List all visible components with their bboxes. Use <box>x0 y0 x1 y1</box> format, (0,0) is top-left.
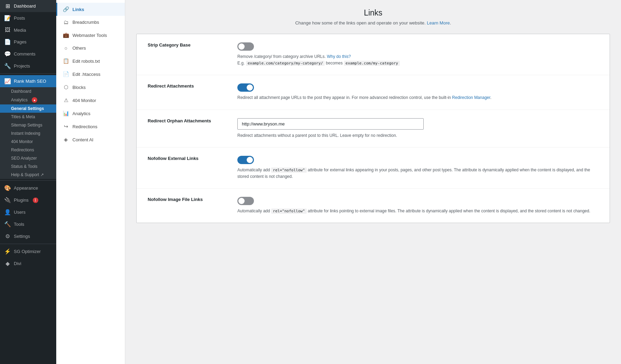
dashboard-icon: ⊞ <box>4 3 11 9</box>
htaccess-icon: 📄 <box>63 71 69 77</box>
rm-nav-edit-htaccess[interactable]: 📄 Edit .htaccess <box>56 68 125 81</box>
setting-row-nofollow-external: Nofollow External Links Automatically ad… <box>137 148 610 189</box>
redirect-attach-control: Redirect all attachment page URLs to the… <box>237 83 599 101</box>
nofollow-code-2: rel="nofollow" <box>271 209 307 214</box>
strip-category-control: Remove /category/ from category archive … <box>237 42 599 67</box>
why-do-this-link[interactable]: Why do this? <box>327 54 351 59</box>
posts-icon: 📝 <box>4 15 11 21</box>
sidebar-item-rm-help-support[interactable]: Help & Support ↗ <box>0 171 56 179</box>
sidebar-item-rm-dashboard[interactable]: Dashboard <box>0 87 56 95</box>
sidebar-item-plugins[interactable]: 🔌 Plugins 1 <box>0 194 56 206</box>
sidebar-item-appearance[interactable]: 🎨 Appearance <box>0 182 56 194</box>
sidebar-item-pages[interactable]: 📄 Pages <box>0 36 56 48</box>
strip-category-label-text: Strip Category Base <box>148 42 190 48</box>
sidebar-item-divi[interactable]: ◆ Divi <box>0 257 56 270</box>
breadcrumbs-icon: 🗂 <box>63 19 69 25</box>
rm-nav-redirections[interactable]: ↪ Redirections <box>56 120 125 133</box>
media-icon: 🖼 <box>4 27 11 33</box>
category-url-after: example.com/my-category <box>344 61 400 66</box>
page-subtitle: Change how some of the links open and op… <box>136 20 610 26</box>
sidebar-item-rm-404-monitor[interactable]: 404 Monitor <box>0 138 56 146</box>
nofollow-ext-label-text: Nofollow External Links <box>148 156 198 161</box>
rm-nav-blocks[interactable]: ⬡ Blocks <box>56 81 125 94</box>
strip-category-slider <box>237 42 254 51</box>
analytics-icon: 📊 <box>63 110 69 117</box>
redirect-orphan-label-text: Redirect Orphan Attachments <box>148 118 211 123</box>
sidebar-divider-3 <box>0 244 56 244</box>
sidebar-item-rm-sitemap[interactable]: Sitemap Settings <box>0 121 56 129</box>
setting-label-strip-category: Strip Category Base <box>148 42 224 48</box>
redirect-attach-toggle[interactable] <box>237 83 254 92</box>
rm-nav-404-monitor[interactable]: ⚠ 404 Monitor <box>56 94 125 107</box>
nofollow-img-toggle-wrapper <box>237 197 599 205</box>
sidebar-item-rm-general-settings[interactable]: General Settings <box>0 104 56 113</box>
rm-nav-content-ai[interactable]: ◈ Content AI <box>56 133 125 146</box>
sidebar-item-projects[interactable]: 🔧 Projects <box>0 60 56 72</box>
learn-more-link[interactable]: Learn More <box>427 20 450 26</box>
sidebar-item-settings[interactable]: ⚙ Settings <box>0 230 56 242</box>
setting-label-redirect-orphan: Redirect Orphan Attachments <box>148 118 224 123</box>
sidebar-item-rm-seo-analyzer[interactable]: SEO Analyzer <box>0 154 56 162</box>
sidebar-item-sg-optimizer[interactable]: ⚡ SG Optimizer <box>0 245 56 257</box>
main-content: Links Change how some of the links open … <box>125 0 621 364</box>
nofollow-img-toggle[interactable] <box>237 197 254 205</box>
sidebar-item-rm-titles-meta[interactable]: Titles & Meta <box>0 113 56 121</box>
sidebar-item-rm-instant-indexing[interactable]: Instant Indexing <box>0 129 56 138</box>
rm-nav-edit-robots[interactable]: 📋 Edit robots.txt <box>56 54 125 68</box>
nofollow-ext-toggle-wrapper <box>237 156 599 164</box>
strip-category-toggle-wrapper <box>237 42 599 51</box>
sidebar-item-dashboard[interactable]: ⊞ Dashboard <box>0 0 56 12</box>
nofollow-img-label-text: Nofollow Image File Links <box>148 197 203 202</box>
sidebar-item-rank-math[interactable]: 📈 Rank Math SEO <box>0 75 56 87</box>
rank-math-submenu: Dashboard Analytics ● General Settings T… <box>0 87 56 179</box>
rm-nav-webmaster-tools[interactable]: 💼 Webmaster Tools <box>56 29 125 42</box>
page-header: Links Change how some of the links open … <box>136 8 610 26</box>
nofollow-ext-control: Automatically add rel="nofollow" attribu… <box>237 156 599 180</box>
setting-label-nofollow-ext: Nofollow External Links <box>148 156 224 161</box>
plugins-icon: 🔌 <box>4 197 11 203</box>
redirect-orphan-desc: Redirect attachments without a parent po… <box>237 132 599 139</box>
settings-card: Strip Category Base Remove /category/ fr… <box>136 34 610 223</box>
redirection-manager-link[interactable]: Redirection Manager <box>452 95 490 100</box>
nofollow-ext-toggle[interactable] <box>237 156 254 164</box>
sidebar-item-media[interactable]: 🖼 Media <box>0 24 56 36</box>
rm-nav-analytics[interactable]: 📊 Analytics <box>56 107 125 120</box>
analytics-badge: ● <box>32 97 37 103</box>
page-title: Links <box>136 8 610 18</box>
blocks-icon: ⬡ <box>63 84 69 90</box>
nofollow-code-1: rel="nofollow" <box>271 168 307 173</box>
nofollow-img-control: Automatically add rel="nofollow" attribu… <box>237 197 599 214</box>
rm-nav-links[interactable]: 🔗 Links <box>56 3 125 16</box>
plugins-badge: 1 <box>33 198 38 203</box>
nofollow-img-slider <box>237 197 254 205</box>
sidebar-item-rm-analytics[interactable]: Analytics ● <box>0 95 56 104</box>
rm-nav-breadcrumbs[interactable]: 🗂 Breadcrumbs <box>56 16 125 29</box>
sidebar-divider-1 <box>0 73 56 74</box>
main-wrapper: 🔗 Links 🗂 Breadcrumbs 💼 Webmaster Tools … <box>56 0 621 364</box>
redirect-orphan-input[interactable] <box>237 118 424 130</box>
category-url-before: example.com/category/my-category/ <box>246 61 325 66</box>
sg-optimizer-icon: ⚡ <box>4 248 11 255</box>
others-icon: ○ <box>63 45 69 51</box>
sidebar-item-users[interactable]: 👤 Users <box>0 206 56 218</box>
redirect-attach-desc: Redirect all attachment page URLs to the… <box>237 94 599 101</box>
sidebar-item-rm-status-tools[interactable]: Status & Tools <box>0 162 56 171</box>
webmaster-tools-icon: 💼 <box>63 32 69 38</box>
sidebar-item-comments[interactable]: 💬 Comments <box>0 48 56 60</box>
sidebar-item-posts[interactable]: 📝 Posts <box>0 12 56 24</box>
sidebar-item-rm-redirections[interactable]: Redirections <box>0 146 56 154</box>
wp-sidebar: ⊞ Dashboard 📝 Posts 🖼 Media 📄 Pages 💬 Co… <box>0 0 56 364</box>
nofollow-img-desc: Automatically add rel="nofollow" attribu… <box>237 208 599 214</box>
comments-icon: 💬 <box>4 51 11 57</box>
tools-icon: 🔨 <box>4 221 11 228</box>
setting-row-redirect-orphan: Redirect Orphan Attachments Redirect att… <box>137 110 610 148</box>
rm-nav-others[interactable]: ○ Others <box>56 42 125 54</box>
content-ai-icon: ◈ <box>63 136 69 143</box>
sidebar-item-tools[interactable]: 🔨 Tools <box>0 218 56 230</box>
monitor-icon: ⚠ <box>63 97 69 103</box>
setting-label-nofollow-img: Nofollow Image File Links <box>148 197 224 202</box>
rm-settings-sidebar: 🔗 Links 🗂 Breadcrumbs 💼 Webmaster Tools … <box>56 0 125 364</box>
sidebar-divider-2 <box>0 180 56 181</box>
strip-category-toggle[interactable] <box>237 42 254 51</box>
pages-icon: 📄 <box>4 39 11 45</box>
